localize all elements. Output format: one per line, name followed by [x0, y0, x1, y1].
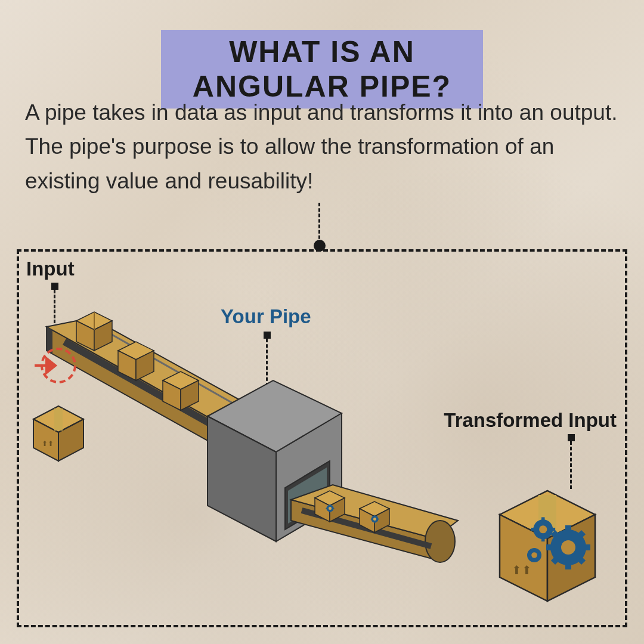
- svg-point-62: [531, 552, 537, 558]
- svg-point-46: [561, 540, 575, 555]
- page-title: WHAT IS AN ANGULAR PIPE?: [185, 35, 459, 104]
- svg-text:⬆⬆: ⬆⬆: [42, 439, 54, 448]
- svg-point-39: [373, 518, 376, 521]
- svg-rect-50: [583, 544, 590, 550]
- svg-point-56: [539, 525, 547, 533]
- svg-rect-49: [546, 544, 553, 550]
- input-box-2: [118, 342, 154, 380]
- input-box-standalone: ⬆⬆: [33, 406, 83, 461]
- svg-rect-60: [552, 528, 556, 531]
- input-box-1: [76, 312, 112, 351]
- input-box-3: [163, 371, 199, 410]
- svg-marker-18: [54, 408, 63, 431]
- svg-rect-47: [565, 525, 571, 532]
- svg-point-28: [425, 521, 455, 562]
- svg-point-34: [329, 507, 332, 510]
- svg-rect-57: [541, 517, 545, 521]
- svg-rect-58: [541, 538, 545, 542]
- description-text: A pipe takes in data as input and transf…: [25, 95, 619, 198]
- svg-rect-48: [565, 562, 571, 569]
- svg-text:⬆⬆: ⬆⬆: [512, 564, 532, 577]
- svg-rect-59: [531, 528, 535, 531]
- output-box-large: ⬆⬆: [500, 491, 595, 601]
- top-connector-line: [318, 203, 320, 244]
- conveyor-diagram: ⬆⬆: [17, 249, 627, 627]
